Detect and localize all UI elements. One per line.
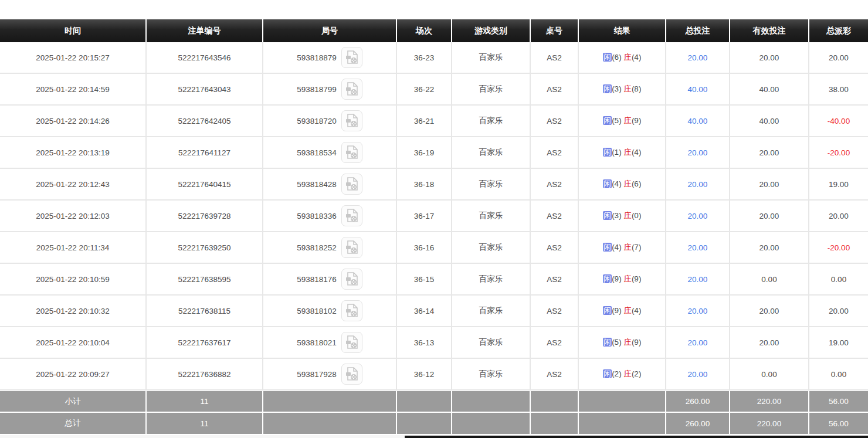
cell-table-no: AS2 xyxy=(531,74,579,106)
total-bet-link[interactable]: 20.00 xyxy=(688,53,708,62)
cell-time: 2025-01-22 20:09:27 xyxy=(0,359,147,391)
cell-session: 36-12 xyxy=(397,359,452,391)
banker-score: (4) xyxy=(632,53,642,62)
total-bet-link[interactable]: 40.00 xyxy=(688,117,708,125)
banker-score: (7) xyxy=(632,243,642,252)
cell-bet-id: 522217638595 xyxy=(147,264,263,296)
cell-bet-id: 522217637617 xyxy=(147,327,263,359)
total-bet-link[interactable]: 20.00 xyxy=(688,180,708,189)
subtotal-row-label: 小计 xyxy=(0,391,147,413)
player-score: (9) xyxy=(612,274,623,283)
video-replay-icon xyxy=(345,50,358,64)
table-row: 2025-01-22 20:09:27522217636882593817928… xyxy=(0,359,868,391)
cell-total-bet: 20.00 xyxy=(666,296,730,327)
cell-time: 2025-01-22 20:11:34 xyxy=(0,232,147,264)
cell-table-no: AS2 xyxy=(531,359,579,391)
grand-total-row-count: 11 xyxy=(147,413,263,435)
round-id-wrap: 593817928 xyxy=(266,364,394,385)
player-score: (4) xyxy=(612,179,623,188)
player-score: (2) xyxy=(612,369,623,378)
cell-valid-bet: 20.00 xyxy=(730,169,809,201)
round-id-number: 593818879 xyxy=(297,53,337,62)
cell-result: 闲(3) 庄(0) xyxy=(579,201,666,232)
total-bet-link[interactable]: 20.00 xyxy=(688,243,708,252)
cell-round-id: 593818879 xyxy=(263,42,397,74)
cell-session: 36-14 xyxy=(397,296,452,327)
cell-round-id: 593818428 xyxy=(263,169,397,201)
col-header-result: 结果 xyxy=(579,19,666,42)
video-replay-button[interactable] xyxy=(341,364,362,385)
cell-total-bet: 20.00 xyxy=(666,359,730,391)
video-replay-button[interactable] xyxy=(341,237,362,258)
cell-result: 闲(9) 庄(4) xyxy=(579,296,666,327)
total-bet-link[interactable]: 40.00 xyxy=(688,85,708,94)
cell-valid-bet: 20.00 xyxy=(730,296,809,327)
subtotal-row: 小计11260.00220.0056.00 xyxy=(0,391,868,413)
cell-bet-id: 522217636882 xyxy=(147,359,263,391)
total-bet-link[interactable]: 20.00 xyxy=(688,148,708,157)
video-replay-button[interactable] xyxy=(341,47,362,68)
cell-payout: 19.00 xyxy=(809,327,868,359)
cell-time: 2025-01-22 20:12:03 xyxy=(0,201,147,232)
cell-game-type: 百家乐 xyxy=(452,296,531,327)
cell-game-type: 百家乐 xyxy=(452,359,531,391)
player-score: (3) xyxy=(612,211,623,220)
cell-result: 闲(4) 庄(6) xyxy=(579,169,666,201)
video-replay-icon xyxy=(345,367,358,381)
round-id-number: 593817928 xyxy=(297,370,337,379)
bottom-dark-bar xyxy=(405,436,868,438)
cell-valid-bet: 0.00 xyxy=(730,359,809,391)
round-id-number: 593818336 xyxy=(297,212,337,220)
banker-label: 庄 xyxy=(623,53,632,62)
table-row: 2025-01-22 20:10:32522217638115593818102… xyxy=(0,296,868,327)
video-replay-button[interactable] xyxy=(341,79,362,100)
video-replay-button[interactable] xyxy=(341,174,362,195)
round-id-number: 593818102 xyxy=(297,307,337,315)
subtotal-row-valid-bet: 220.00 xyxy=(730,391,809,413)
video-replay-button[interactable] xyxy=(341,269,362,290)
cell-result: 闲(6) 庄(4) xyxy=(579,42,666,74)
cell-total-bet: 20.00 xyxy=(666,232,730,264)
cell-valid-bet: 20.00 xyxy=(730,327,809,359)
video-replay-button[interactable] xyxy=(341,142,362,163)
grand-total-row-payout: 56.00 xyxy=(809,413,868,435)
cell-round-id: 593818336 xyxy=(263,201,397,232)
video-replay-button[interactable] xyxy=(341,332,362,353)
total-bet-link[interactable]: 20.00 xyxy=(688,338,708,347)
payout-value: 20.00 xyxy=(829,307,849,315)
round-id-number: 593818176 xyxy=(297,275,337,284)
video-replay-icon xyxy=(345,304,358,318)
player-badge: 闲 xyxy=(603,179,612,188)
grand-total-row-round-id xyxy=(263,413,397,435)
video-replay-icon xyxy=(345,335,358,349)
video-replay-icon xyxy=(345,240,358,254)
col-header-session: 场次 xyxy=(397,19,452,42)
top-whitespace xyxy=(0,0,868,19)
total-bet-link[interactable]: 20.00 xyxy=(688,212,708,220)
cell-table-no: AS2 xyxy=(531,201,579,232)
player-badge: 闲 xyxy=(603,84,612,93)
cell-result: 闲(3) 庄(8) xyxy=(579,74,666,106)
cell-time: 2025-01-22 20:10:59 xyxy=(0,264,147,296)
cell-table-no: AS2 xyxy=(531,42,579,74)
cell-valid-bet: 20.00 xyxy=(730,42,809,74)
cell-total-bet: 20.00 xyxy=(666,201,730,232)
cell-result: 闲(2) 庄(2) xyxy=(579,359,666,391)
cell-result: 闲(5) 庄(9) xyxy=(579,106,666,137)
video-replay-button[interactable] xyxy=(341,300,362,321)
total-bet-link[interactable]: 20.00 xyxy=(688,307,708,315)
video-replay-button[interactable] xyxy=(341,110,362,131)
cell-time: 2025-01-22 20:14:59 xyxy=(0,74,147,106)
cell-session: 36-15 xyxy=(397,264,452,296)
video-replay-button[interactable] xyxy=(341,205,362,226)
total-bet-link[interactable]: 20.00 xyxy=(688,370,708,379)
player-badge: 闲 xyxy=(603,116,612,125)
payout-value: 19.00 xyxy=(829,338,849,347)
round-id-number: 593818252 xyxy=(297,243,337,252)
payout-value: -40.00 xyxy=(828,117,850,125)
round-id-number: 593818428 xyxy=(297,180,337,189)
cell-valid-bet: 40.00 xyxy=(730,106,809,137)
player-score: (3) xyxy=(612,84,623,93)
video-replay-icon xyxy=(345,145,358,159)
total-bet-link[interactable]: 20.00 xyxy=(688,275,708,284)
